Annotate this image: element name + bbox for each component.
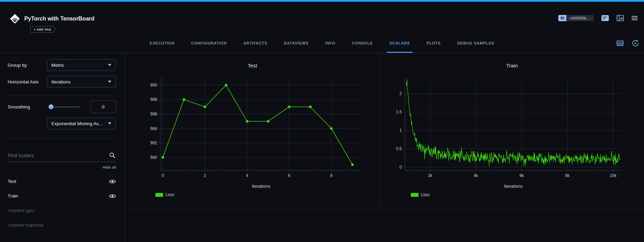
scalar-item-monitor-machine: :monitor:machine: [8, 223, 116, 228]
empty-content-area: [125, 208, 644, 242]
test-x-axis-label: Iterations: [160, 184, 362, 189]
svg-text:4: 4: [246, 173, 248, 178]
group-by-label: Group by: [8, 63, 47, 68]
smoothing-label: Smoothing: [8, 104, 47, 110]
svg-text:1.5: 1.5: [396, 110, 402, 114]
svg-text:990: 990: [150, 83, 157, 88]
tab-console[interactable]: CONSOLE: [352, 33, 373, 53]
svg-text:6k: 6k: [519, 173, 524, 178]
smoothing-method-dropdown[interactable]: Exponential Moving Av...: [47, 118, 116, 129]
tab-artifacts[interactable]: ARTIFACTS: [243, 33, 267, 53]
test-chart-panel: Test 98098298498698899002468 Iterations …: [125, 53, 380, 208]
smoothing-value-input[interactable]: [91, 100, 116, 113]
chevron-down-icon: [108, 122, 111, 124]
horizontal-axis-dropdown[interactable]: Iterations: [47, 76, 116, 88]
tab-dataviews[interactable]: DATAVIEWS: [284, 33, 308, 53]
smoothing-slider[interactable]: [49, 104, 80, 109]
svg-text:2: 2: [204, 173, 206, 178]
tab-bar: EXECUTIONCONFIGURATIONARTIFACTSDATAVIEWS…: [0, 33, 644, 53]
train-legend-loss[interactable]: Loss: [411, 192, 430, 197]
id-label: ID: [558, 15, 566, 21]
svg-text:986: 986: [150, 112, 157, 116]
scalar-item-test: Test: [8, 179, 116, 184]
add-tag-label: + ADD TAG: [31, 26, 56, 32]
scalar-item-train: Train: [8, 193, 116, 199]
scalars-settings-sidebar: Group by Metric Horizontal Axis Iteratio…: [0, 53, 125, 242]
search-input[interactable]: [8, 153, 116, 158]
app-logo-icon: [10, 14, 20, 24]
experiment-header: PyTorch with TensorBoard + ADD TAG ID c4…: [0, 2, 644, 33]
legend-swatch: [155, 193, 163, 197]
tab-execution[interactable]: EXECUTION: [150, 33, 175, 53]
experiment-title: PyTorch with TensorBoard: [24, 16, 94, 22]
group-by-dropdown[interactable]: Metric: [47, 59, 116, 71]
svg-text:0: 0: [162, 173, 164, 178]
svg-text:2: 2: [399, 91, 402, 96]
svg-text:6: 6: [288, 173, 290, 178]
legend-label: Loss: [166, 192, 174, 197]
chevron-down-icon: [108, 64, 111, 66]
smoothing-method-value: Exponential Moving Av...: [51, 121, 102, 126]
menu-icon[interactable]: [632, 15, 638, 21]
svg-text:8k: 8k: [565, 173, 570, 178]
svg-text:2k: 2k: [428, 173, 433, 178]
charts-row: Test 98098298498698899002468 Iterations …: [125, 53, 644, 208]
experiment-id-badge[interactable]: ID c435956b ...: [558, 15, 594, 21]
tab-info[interactable]: INFO: [325, 33, 335, 53]
train-x-axis-label: Iterations: [405, 184, 622, 189]
auto-refresh-icon[interactable]: [632, 40, 639, 47]
test-legend-loss[interactable]: Loss: [155, 192, 174, 197]
svg-text:10k: 10k: [610, 173, 617, 178]
svg-text:980: 980: [150, 155, 157, 160]
horizontal-axis-value: Iterations: [51, 79, 71, 84]
tab-plots[interactable]: PLOTS: [426, 33, 441, 53]
tab-configuration[interactable]: CONFIGURATION: [191, 33, 227, 53]
svg-text:4k: 4k: [474, 173, 478, 178]
visibility-eye-icon[interactable]: [109, 194, 116, 199]
hide-all-link[interactable]: Hide all: [8, 165, 116, 169]
tab-scalars[interactable]: SCALARS: [390, 33, 410, 53]
svg-text:8: 8: [330, 173, 333, 178]
slider-thumb[interactable]: [49, 104, 53, 109]
train-chart-panel: Train 00.511.522k4k6k8k10k Iterations Lo…: [380, 53, 644, 208]
chevron-down-icon: [108, 81, 111, 83]
horizontal-axis-label: Horizontal Axis: [8, 79, 47, 84]
svg-text:0.5: 0.5: [396, 146, 402, 151]
legend-swatch: [411, 193, 418, 197]
tab-debug-samples[interactable]: DEBUG SAMPLES: [457, 33, 494, 53]
table-view-icon[interactable]: [617, 40, 624, 46]
group-by-value: Metric: [51, 63, 64, 68]
id-value: c435956b ...: [566, 15, 594, 21]
svg-text:988: 988: [150, 97, 157, 102]
svg-text:984: 984: [150, 126, 157, 131]
scalar-list: Test Train :monitor:gpu :monitor:mac: [8, 179, 116, 228]
details-card-icon[interactable]: [601, 15, 609, 21]
svg-text:982: 982: [150, 140, 157, 145]
svg-text:0: 0: [399, 165, 402, 170]
add-tag-button[interactable]: + ADD TAG: [30, 26, 56, 33]
search-icon[interactable]: [109, 152, 115, 158]
svg-text:1: 1: [399, 128, 402, 133]
layout-panel-icon[interactable]: [617, 15, 624, 21]
scalar-item-monitor-gpu: :monitor:gpu: [8, 208, 116, 213]
legend-label: Loss: [421, 192, 430, 197]
visibility-eye-icon[interactable]: [109, 179, 116, 184]
